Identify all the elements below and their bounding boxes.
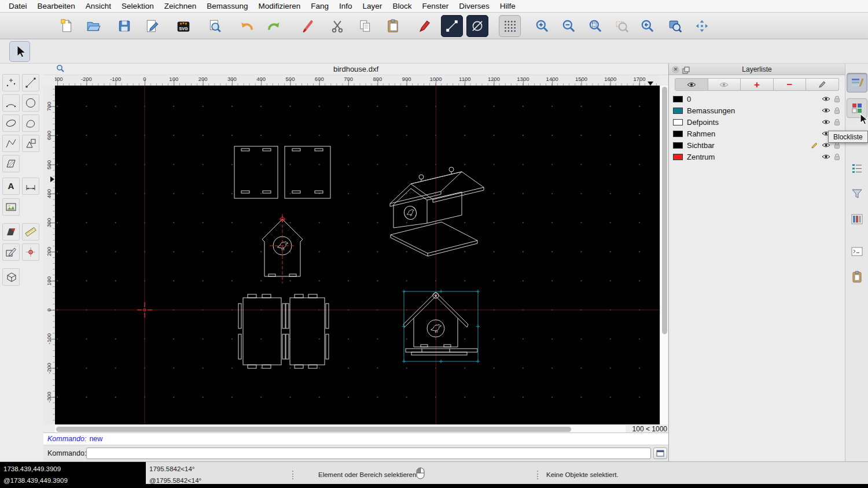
layer-panel-header[interactable]: ✕ Layerliste [669,64,845,75]
edit-layer-button[interactable] [806,78,839,91]
spline-tool-button[interactable] [22,114,39,132]
shapes-tool-button[interactable] [22,135,39,152]
zoom-to-selection-button[interactable] [611,15,633,37]
ellipse-tool-button[interactable] [2,114,20,132]
cut-button[interactable] [326,15,348,37]
horizontal-scrollbar[interactable] [55,424,626,432]
grid-toggle-button[interactable] [499,15,521,37]
menu-item-layer[interactable]: Layer [358,2,388,10]
dimension-tool-button[interactable] [22,178,39,195]
new-document-button[interactable] [56,15,78,37]
front-view-birdhouse[interactable] [403,293,477,356]
menu-item-bemassung[interactable]: Bemassung [201,2,253,10]
open-document-button[interactable] [82,15,104,37]
arc-tool-button[interactable] [2,94,20,112]
command-line-panel-button[interactable] [847,242,867,261]
previous-view-button[interactable] [637,15,659,37]
menu-item-datei[interactable]: Datei [3,2,32,10]
svg-export-button[interactable]: SVG [172,15,194,37]
command-input[interactable] [86,448,651,459]
menu-item-hilfe[interactable]: Hilfe [495,2,521,10]
view-list-icon [850,161,864,175]
layer-visibility-icon[interactable] [822,142,830,148]
measure-tool-button[interactable] [22,223,39,241]
menu-item-info[interactable]: Info [334,2,358,10]
layer-lock-icon[interactable] [834,119,840,126]
layer-row[interactable]: Bemassungen [669,105,845,116]
selection-filter-panel-button[interactable] [847,184,867,204]
undo-button[interactable] [236,15,258,37]
layer-list-panel-button[interactable] [847,73,867,93]
layer-row[interactable]: Zentrum [669,151,845,162]
bottom-panel-left[interactable] [238,294,285,368]
menu-item-fang[interactable]: Fang [306,2,334,10]
delete-button[interactable] [297,15,319,37]
menu-item-fenster[interactable]: Fenster [417,2,454,10]
pan-button[interactable] [691,15,713,37]
redo-button[interactable] [263,15,285,37]
copy-button[interactable] [354,15,376,37]
new-zoom-window-button[interactable] [664,15,686,37]
points-tool-button[interactable] [2,74,20,91]
zoom-in-button[interactable] [531,15,553,37]
horizontal-scrollbar-thumb[interactable] [56,427,571,432]
corner-zoom-icon[interactable] [56,64,65,75]
clipboard-panel-button[interactable] [847,267,867,287]
side-panel-top-right[interactable] [285,146,330,198]
show-all-layers-button[interactable] [675,78,708,91]
modify-tool-button[interactable] [2,243,20,261]
line-tool-button[interactable] [441,15,463,37]
bottom-panel-right[interactable] [286,294,329,368]
remove-layer-button[interactable]: − [774,78,807,91]
polyline-tool-button[interactable] [2,135,20,152]
drawing-canvas[interactable] [55,86,660,424]
view-list-panel-button[interactable] [847,158,867,178]
layer-row[interactable]: 0 [669,93,845,105]
vertical-scrollbar-thumb[interactable] [662,87,667,334]
zoom-out-button[interactable] [558,15,580,37]
layer-row[interactable]: Rahmen [669,128,845,139]
layer-visibility-icon[interactable] [822,154,830,160]
layer-row[interactable]: Defpoints [669,116,845,128]
layer-visibility-icon[interactable] [822,96,830,102]
layer-visibility-icon[interactable] [822,119,830,125]
isometric-birdhouse[interactable] [390,167,484,256]
hatch-tool-button[interactable] [2,155,20,172]
selection-tool-button[interactable] [9,41,30,62]
menu-item-selektion[interactable]: Selektion [116,2,159,10]
draw-pen-button[interactable] [413,15,435,37]
image-tool-button[interactable] [2,198,20,216]
layer-lock-icon[interactable] [834,107,840,114]
drawing-area[interactable] [55,86,660,424]
print-preview-button[interactable] [204,15,226,37]
solid-fill-tool-button[interactable] [2,223,20,241]
snap-tool-button[interactable] [22,243,39,261]
line-tool-palette-button[interactable] [22,74,39,91]
circle-tool-button[interactable] [466,15,488,37]
menu-item-block[interactable]: Block [387,2,417,10]
paste-button[interactable] [382,15,404,37]
menu-item-zeichnen[interactable]: Zeichnen [159,2,202,10]
drawing-preferences-button[interactable] [141,15,163,37]
menu-item-diverses[interactable]: Diverses [454,2,495,10]
add-layer-button[interactable]: + [741,78,774,91]
menu-item-ansicht[interactable]: Ansicht [80,2,116,10]
vertical-scrollbar[interactable] [660,86,668,424]
command-panel-button[interactable] [653,448,667,459]
layer-visibility-icon[interactable] [822,108,830,113]
hide-all-layers-button[interactable] [708,78,741,91]
layer-row[interactable]: Sichtbar [669,139,845,151]
circle-tool-palette-button[interactable] [22,94,39,112]
layer-lock-icon[interactable] [834,153,840,161]
layer-lock-icon[interactable] [834,95,840,103]
menu-item-modifizieren[interactable]: Modifizieren [253,2,306,10]
auto-zoom-button[interactable] [584,15,606,37]
library-browser-panel-button[interactable] [847,209,867,229]
text-tool-button[interactable]: A [2,178,20,195]
menu-item-bearbeiten[interactable]: Bearbeiten [32,2,80,10]
library-icon [850,212,864,226]
block-3d-tool-button[interactable] [2,268,20,286]
side-panel-top-left[interactable] [234,146,278,198]
document-titlebar[interactable]: birdhouse.dxf [43,64,668,75]
save-document-button[interactable] [113,15,135,37]
